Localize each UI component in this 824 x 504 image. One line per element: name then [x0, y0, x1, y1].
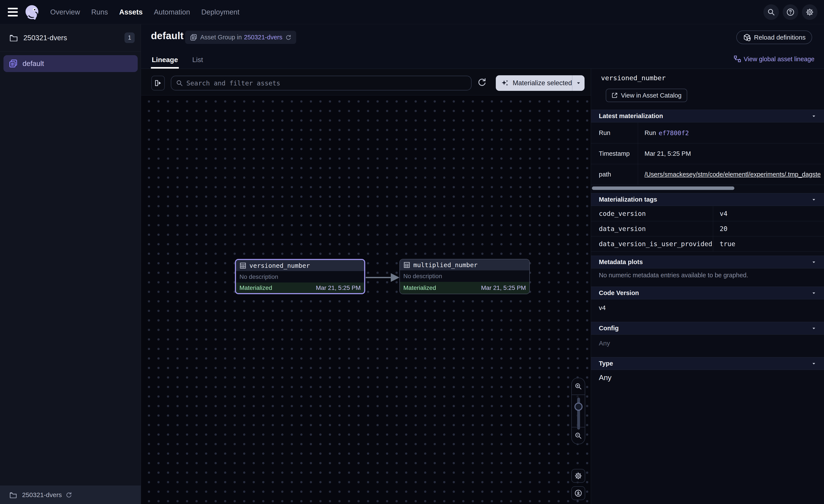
zoom-out-icon — [575, 432, 582, 439]
materialized-timestamp[interactable]: Mar 21, 5:25 PM — [481, 284, 526, 291]
top-nav-actions — [763, 4, 818, 20]
zoom-in-icon — [575, 383, 582, 390]
help-button[interactable] — [783, 4, 798, 20]
section-materialization-tags[interactable]: Materialization tags — [591, 193, 824, 206]
refresh-icon[interactable] — [66, 492, 72, 498]
lineage-graph-canvas[interactable]: versioned_number No description Material… — [141, 95, 591, 504]
table-row: data_version 20 — [591, 221, 824, 236]
footer-repo-name: 250321-dvers — [22, 491, 62, 499]
materialized-status: Materialized — [403, 284, 436, 291]
chevron-down-icon — [811, 290, 816, 296]
repo-asset-count-badge: 1 — [124, 32, 135, 43]
asset-details-panel: versioned_number View in Asset Catalog L… — [591, 69, 824, 504]
page-header: default Asset Group in 250321-dvers Line… — [141, 24, 824, 69]
search-button[interactable] — [763, 4, 779, 20]
section-title: Metadata plots — [599, 258, 643, 266]
collapse-panel-button[interactable] — [151, 76, 165, 91]
chevron-down-icon — [811, 361, 816, 366]
run-value-prefix: Run — [644, 129, 656, 136]
nav-item-automation[interactable]: Automation — [154, 8, 190, 16]
settings-button[interactable] — [802, 4, 818, 20]
section-metadata-plots[interactable]: Metadata plots — [591, 256, 824, 268]
nav-item-overview[interactable]: Overview — [50, 8, 80, 16]
search-input[interactable] — [186, 80, 466, 87]
section-type[interactable]: Type — [591, 357, 824, 370]
page-title: default — [151, 30, 184, 41]
row-label: path — [591, 164, 638, 185]
view-global-asset-lineage-link[interactable]: View global asset lineage — [734, 55, 815, 63]
folder-icon — [9, 34, 18, 41]
tag-value: 20 — [713, 221, 824, 236]
view-in-asset-catalog-label: View in Asset Catalog — [621, 92, 682, 99]
sidebar-repo-row[interactable]: 250321-dvers 1 — [0, 24, 141, 51]
gear-icon — [806, 8, 814, 16]
hamburger-menu-icon[interactable] — [8, 8, 18, 16]
download-graph-button[interactable] — [571, 486, 585, 500]
materialized-status: Materialized — [239, 284, 272, 291]
section-title: Code Version — [599, 289, 639, 296]
download-icon — [575, 489, 582, 497]
asset-node-versioned-number[interactable]: versioned_number No description Material… — [235, 259, 365, 294]
dagster-app: Overview Runs Assets Automation Deployme… — [0, 0, 824, 504]
sidebar-item-default-group[interactable]: default — [3, 55, 138, 72]
lineage-edge-arrow — [365, 271, 400, 284]
asset-search-field[interactable] — [171, 76, 472, 91]
type-value: Any — [599, 373, 612, 382]
chevron-down-icon — [811, 197, 816, 202]
asset-node-header: multiplied_number — [400, 259, 529, 270]
zoom-in-button[interactable] — [572, 378, 585, 395]
tab-list[interactable]: List — [191, 56, 204, 69]
chevron-down-icon — [811, 114, 816, 119]
refresh-graph-icon[interactable] — [477, 78, 487, 87]
tag-value: v4 — [713, 206, 824, 221]
external-link-icon — [611, 92, 618, 99]
search-icon — [767, 8, 775, 16]
asset-group-icon — [190, 34, 197, 41]
materialize-selected-button[interactable]: Materialize selected — [496, 75, 585, 91]
horizontal-scrollbar[interactable] — [592, 186, 734, 190]
materialize-dropdown-toggle[interactable] — [573, 80, 585, 86]
tag-key: code_version — [591, 206, 713, 221]
row-value: /Users/smackesey/stm/code/elementl/exper… — [638, 164, 824, 185]
nav-item-assets[interactable]: Assets — [119, 8, 143, 16]
path-link[interactable]: /Users/smackesey/stm/code/elementl/exper… — [644, 171, 821, 178]
nav-item-runs[interactable]: Runs — [91, 8, 108, 16]
tag-key: data_version — [591, 221, 713, 236]
panel-expand-icon — [154, 79, 162, 87]
nav-item-deployment[interactable]: Deployment — [201, 8, 239, 16]
zoom-slider-thumb[interactable] — [575, 402, 583, 411]
asset-node-multiplied-number[interactable]: multiplied_number No description Materia… — [399, 259, 530, 294]
run-id-link[interactable]: ef7800f2 — [658, 129, 689, 137]
sidebar-footer-repo[interactable]: 250321-dvers — [0, 486, 141, 504]
section-title: Config — [599, 325, 619, 332]
asset-group-breadcrumb[interactable]: Asset Group in 250321-dvers — [185, 31, 296, 44]
row-label: Run — [591, 123, 638, 143]
asset-groups-sidebar: 250321-dvers 1 default 250321-dvers — [0, 24, 141, 504]
asset-node-name: multiplied_number — [413, 261, 478, 269]
view-global-asset-lineage-label: View global asset lineage — [744, 55, 815, 63]
lineage-graph-icon — [734, 55, 741, 63]
graph-settings-button[interactable] — [571, 469, 585, 483]
dagster-logo-icon[interactable] — [24, 4, 41, 20]
tab-lineage[interactable]: Lineage — [151, 56, 179, 69]
row-value: Run ef7800f2 — [638, 123, 824, 143]
refresh-icon[interactable] — [285, 34, 291, 40]
zoom-out-button[interactable] — [572, 427, 585, 444]
metadata-plots-empty-message: No numeric metadata entries available to… — [599, 272, 748, 279]
table-row: path /Users/smackesey/stm/code/elementl/… — [591, 164, 824, 185]
table-row: data_version_is_user_provided true — [591, 236, 824, 252]
materialize-selected-label: Materialize selected — [513, 79, 572, 87]
reload-definitions-button[interactable]: Reload definitions — [736, 30, 812, 44]
reload-definitions-label: Reload definitions — [754, 34, 806, 41]
row-label: Timestamp — [591, 143, 638, 164]
lineage-toolbar: Materialize selected — [141, 69, 591, 95]
materialized-timestamp[interactable]: Mar 21, 5:25 PM — [316, 284, 361, 291]
section-latest-materialization[interactable]: Latest materialization — [591, 110, 824, 122]
tag-key: data_version_is_user_provided — [591, 236, 713, 251]
section-config[interactable]: Config — [591, 322, 824, 335]
section-code-version[interactable]: Code Version — [591, 287, 824, 299]
main-nav: Overview Runs Assets Automation Deployme… — [50, 8, 239, 16]
view-in-asset-catalog-button[interactable]: View in Asset Catalog — [606, 89, 687, 102]
asset-node-description: No description — [403, 273, 442, 280]
breadcrumb-repo-link[interactable]: 250321-dvers — [244, 34, 282, 41]
